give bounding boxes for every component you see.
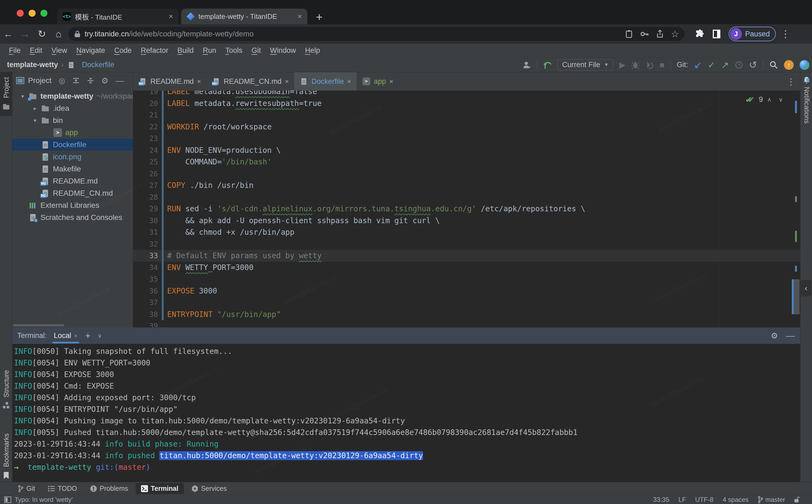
tree-item--idea[interactable]: ▸.idea [12, 102, 133, 114]
bookmark-star-icon[interactable]: ☆ [671, 29, 679, 39]
editor-tab-readme-md[interactable]: MDREADME.md× [133, 72, 207, 91]
browser-menu-icon[interactable]: ⋮ [780, 28, 792, 40]
share-icon[interactable] [656, 30, 663, 38]
horizontal-scrollbar[interactable] [13, 324, 64, 326]
menu-code[interactable]: Code [110, 46, 136, 55]
chevron-icon[interactable]: ▾ [29, 117, 41, 124]
tab-close-icon[interactable]: × [197, 77, 201, 86]
menu-run[interactable]: Run [198, 46, 221, 55]
menu-navigate[interactable]: Navigate [72, 46, 110, 55]
side-panel-icon[interactable] [708, 29, 725, 39]
forward-icon[interactable]: → [17, 28, 33, 40]
code-line-37[interactable]: 37 [133, 297, 800, 309]
minimize-window-button[interactable] [29, 10, 36, 17]
extensions-icon[interactable] [691, 29, 708, 39]
editor-tab-app[interactable]: >app× [357, 72, 399, 91]
key-icon[interactable] [640, 31, 649, 37]
collapse-all-icon[interactable] [87, 77, 94, 84]
minimize-panel-icon[interactable]: — [786, 331, 795, 341]
previous-problem-icon[interactable]: ∧ [767, 96, 772, 103]
stop-icon[interactable]: ■ [659, 60, 664, 70]
code-line-25[interactable]: 25 COMMAND='/bin/bash' [133, 156, 800, 168]
line-ending[interactable]: LF [679, 496, 686, 503]
run-icon[interactable]: ▶ [619, 60, 625, 70]
code-line-24[interactable]: 24ENV NODE_ENV=production \ [133, 144, 800, 156]
collapse-panel-chevron[interactable]: ‹ [801, 280, 811, 296]
tree-item-template-wetty[interactable]: ▾template-wetty~/workspac [12, 90, 133, 102]
more-options-icon[interactable]: ⋮ [787, 77, 795, 87]
tree-item-external-libraries[interactable]: External Libraries [12, 199, 133, 211]
menu-refactor[interactable]: Refactor [136, 46, 173, 55]
tab-close-icon[interactable]: × [74, 332, 78, 340]
tree-item-icon-png[interactable]: icon.png [12, 151, 133, 163]
status-message-area[interactable]: Typo: In word 'wetty' [4, 496, 653, 503]
history-icon[interactable] [735, 61, 743, 69]
select-opened-file-icon[interactable] [72, 77, 80, 84]
close-window-button[interactable] [17, 10, 24, 17]
menu-file[interactable]: File [4, 46, 25, 55]
tree-item-makefile[interactable]: Makefile [12, 163, 133, 175]
git-commit-icon[interactable]: ✓ [708, 60, 715, 70]
search-icon[interactable] [769, 61, 778, 69]
code-line-19[interactable]: 19LABEL metadata.usesubdomain=false [133, 91, 800, 98]
tree-item-app[interactable]: >app [12, 126, 133, 139]
code-area[interactable]: 19LABEL metadata.usesubdomain=false20LAB… [133, 91, 800, 327]
tool-button-notifications[interactable]: Notifications [800, 76, 812, 123]
code-line-38[interactable]: 38ENTRYPOINT "/usr/bin/app" [133, 309, 800, 320]
tree-item-readme-md[interactable]: MDREADME.md [12, 175, 133, 187]
tool-window-button-git[interactable]: Git [12, 483, 40, 494]
code-line-33[interactable]: 33# Default ENV params used by wetty [133, 250, 800, 262]
caret-position[interactable]: 33:35 [653, 496, 669, 503]
menu-help[interactable]: Help [300, 46, 325, 55]
code-line-26[interactable]: 26 [133, 168, 800, 180]
code-line-23[interactable]: 23 [133, 133, 800, 144]
zoom-window-button[interactable] [40, 10, 47, 17]
user-icon[interactable] [522, 61, 531, 69]
tab-close-icon[interactable]: × [389, 77, 393, 86]
code-line-21[interactable]: 21 [133, 109, 800, 121]
breadcrumb-file[interactable]: Dockerfile [82, 61, 114, 69]
browser-tab-2[interactable]: template-wetty - TitanIDE × [181, 9, 307, 24]
file-encoding[interactable]: UTF-8 [695, 496, 714, 503]
new-terminal-icon[interactable]: + [85, 330, 91, 341]
locate-icon[interactable]: ◎ [59, 76, 65, 85]
tab-close-icon[interactable]: × [298, 12, 302, 21]
terminal-settings-icon[interactable]: ⚙ [771, 331, 778, 340]
debug-icon[interactable] [631, 61, 639, 69]
tree-item-scratches-and-consoles[interactable]: Scratches and Consoles [12, 211, 133, 223]
code-line-30[interactable]: 30 && apk add -U openssh-client sshpass … [133, 215, 800, 227]
code-line-34[interactable]: 34ENV WETTY_PORT=3000 [133, 262, 800, 274]
tab-close-icon[interactable]: × [347, 77, 351, 86]
assistant-icon[interactable] [800, 60, 809, 70]
run-configuration-select[interactable]: Current File ▼ [558, 59, 613, 71]
tool-window-button-todo[interactable]: TODO [43, 483, 82, 494]
menu-build[interactable]: Build [173, 46, 198, 55]
code-line-35[interactable]: 35 [133, 273, 800, 285]
code-line-32[interactable]: 32 [133, 238, 800, 250]
editor-tab-readme-cn-md[interactable]: MDREADME_CN.md× [207, 72, 294, 91]
tool-window-button-problems[interactable]: Problems [85, 483, 134, 494]
menu-git[interactable]: Git [247, 46, 266, 55]
code-line-31[interactable]: 31 && chmod +x /usr/bin/app [133, 226, 800, 238]
address-bar[interactable]: try.titanide.cn/ide/web/coding/template-… [68, 27, 684, 41]
menu-view[interactable]: View [47, 46, 72, 55]
build-arrow-icon[interactable] [543, 61, 552, 69]
inspections-widget[interactable]: ✔✔ 9 ∧ ∨ [745, 95, 783, 104]
tree-item-bin[interactable]: ▾bin [12, 114, 133, 126]
tool-button-structure[interactable]: Structure [0, 370, 12, 409]
next-problem-icon[interactable]: ∨ [779, 96, 783, 103]
menu-tools[interactable]: Tools [221, 46, 247, 55]
code-line-27[interactable]: 27COPY ./bin /usr/bin [133, 179, 800, 191]
back-icon[interactable]: ← [0, 28, 17, 40]
tree-item-dockerfile[interactable]: Dockerfile [12, 139, 133, 151]
git-update-icon[interactable]: ↙ [694, 60, 702, 70]
code-line-36[interactable]: 36EXPOSE 3000 [133, 285, 800, 297]
tree-item-readme-cn-md[interactable]: MDREADME_CN.md [12, 187, 133, 199]
tab-close-icon[interactable]: × [169, 12, 173, 21]
code-line-39[interactable]: 39 [133, 320, 800, 327]
terminal-output[interactable]: INFO[0050] Taking snapshot of full files… [12, 344, 800, 482]
tool-window-button-services[interactable]: Services [186, 483, 232, 494]
git-push-icon[interactable]: ↗ [721, 60, 729, 70]
chevron-icon[interactable]: ▾ [17, 93, 29, 99]
chevron-icon[interactable]: ▸ [29, 105, 41, 112]
